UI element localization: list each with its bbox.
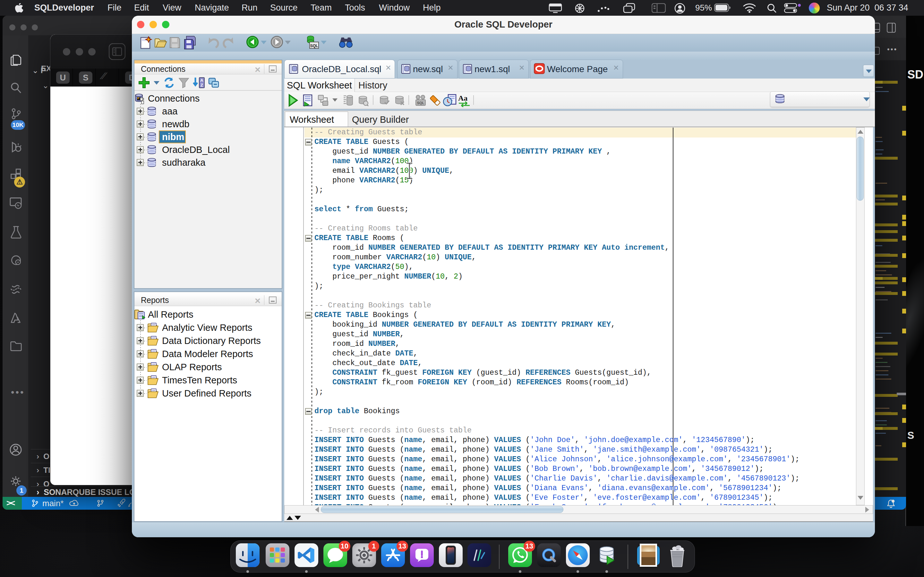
svg-text:Z: Z [200, 83, 203, 87]
svg-text:SQL: SQL [310, 44, 318, 48]
svg-text:A: A [200, 78, 204, 83]
svg-text:SQL: SQL [417, 101, 425, 105]
svg-text:Aa: Aa [458, 94, 467, 102]
